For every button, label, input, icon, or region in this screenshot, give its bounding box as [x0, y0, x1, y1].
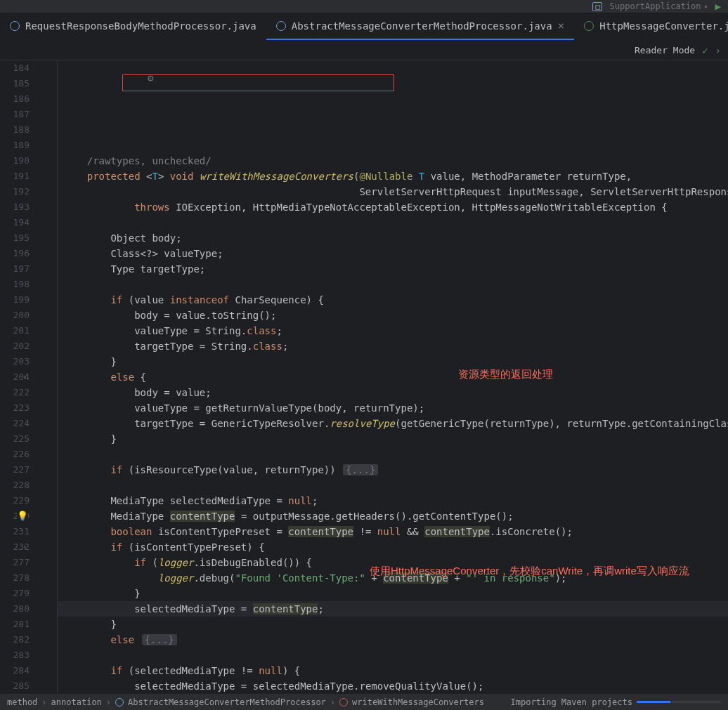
- close-icon[interactable]: ×: [558, 19, 565, 32]
- code-line[interactable]: }: [58, 617, 728, 632]
- gear-icon[interactable]: ⚙: [148, 70, 153, 86]
- run-config-selector[interactable]: SupportApplication ▾: [609, 1, 708, 11]
- code-line[interactable]: if (logger.isDebugEnabled()) {: [58, 555, 728, 570]
- breadcrumb: method › annotation › AbstractMessageCon…: [0, 693, 728, 710]
- editor: 1841851861871881891901911921931941951961…: [0, 60, 728, 693]
- import-status: Importing Maven projects: [511, 697, 632, 707]
- margin-stripe: [42, 60, 58, 693]
- run-config-icon: □: [592, 2, 602, 11]
- class-icon: [276, 21, 286, 31]
- code-area[interactable]: ⚙ 资源类型的返回处理 使用HttpMessageConverter，先校验ca…: [58, 60, 728, 693]
- code-line[interactable]: MediaType contentType = outputMessage.ge…: [58, 508, 728, 524]
- fold-icon[interactable]: ›: [22, 369, 27, 385]
- chevron-down-icon: ▾: [704, 3, 708, 11]
- code-line[interactable]: Object body;: [58, 230, 728, 246]
- code-line[interactable]: else {...}: [58, 632, 728, 647]
- breadcrumb-item[interactable]: method: [7, 697, 37, 707]
- class-icon: [115, 698, 124, 706]
- breadcrumb-item[interactable]: annotation: [51, 697, 102, 707]
- code-line[interactable]: targetType = String.class;: [58, 338, 728, 354]
- tab-label: HttpMessageConverter.java: [599, 20, 728, 32]
- top-toolbar: □ SupportApplication ▾ ▶: [0, 0, 728, 13]
- code-line[interactable]: if (isContentTypePreset) {: [58, 539, 728, 555]
- code-line[interactable]: MediaType selectedMediaType = null;: [58, 493, 728, 508]
- code-line[interactable]: protected <T> void writeWithMessageConve…: [58, 169, 728, 184]
- code-line[interactable]: body = value.toString();: [58, 308, 728, 323]
- code-line[interactable]: }: [58, 586, 728, 601]
- chevron-icon[interactable]: ›: [715, 45, 721, 56]
- reader-mode-bar: Reader Mode ✓ ›: [0, 41, 728, 60]
- code-line[interactable]: if (isResourceType(value, returnType)) {…: [58, 462, 728, 478]
- code-line[interactable]: throws IOException, HttpMediaTypeNotAcce…: [58, 199, 728, 215]
- reader-mode-label[interactable]: Reader Mode: [635, 45, 695, 55]
- breadcrumb-item[interactable]: AbstractMessageConverterMethodProcessor: [128, 697, 326, 707]
- class-icon: [10, 21, 20, 31]
- tab-abstract-converter[interactable]: AbstractMessageConverterMethodProcessor.…: [266, 13, 575, 40]
- code-line[interactable]: [58, 215, 728, 230]
- code-line[interactable]: boolean isContentTypePreset = contentTyp…: [58, 524, 728, 539]
- code-line[interactable]: Type targetType;: [58, 261, 728, 277]
- run-icon[interactable]: ▶: [715, 1, 721, 12]
- tab-request-response[interactable]: RequestResponseBodyMethodProcessor.java: [0, 13, 266, 40]
- line-gutter: 1841851861871881891901911921931941951961…: [0, 60, 42, 693]
- code-line[interactable]: [58, 277, 728, 292]
- code-line[interactable]: valueType = String.class;: [58, 323, 728, 338]
- editor-tabs: RequestResponseBodyMethodProcessor.java …: [0, 13, 728, 41]
- check-icon[interactable]: ✓: [702, 45, 708, 56]
- code-line[interactable]: }: [58, 431, 728, 447]
- fold-icon[interactable]: ›: [22, 539, 27, 555]
- code-line[interactable]: if (selectedMediaType != null) {: [58, 663, 728, 678]
- code-line[interactable]: Class<?> valueType;: [58, 246, 728, 261]
- code-line[interactable]: valueType = getReturnValueType(body, ret…: [58, 400, 728, 416]
- code-line[interactable]: [58, 478, 728, 493]
- code-line[interactable]: /rawtypes, unchecked/: [58, 153, 728, 169]
- annotation-box: [122, 74, 394, 91]
- method-icon: [339, 698, 348, 706]
- tab-label: RequestResponseBodyMethodProcessor.java: [25, 20, 256, 32]
- code-line[interactable]: if (value instanceof CharSequence) {: [58, 292, 728, 308]
- tab-label: AbstractMessageConverterMethodProcessor.…: [292, 20, 552, 32]
- code-line[interactable]: }: [58, 354, 728, 369]
- chevron-right-icon: ›: [106, 697, 111, 707]
- code-line[interactable]: selectedMediaType = selectedMediaType.re…: [58, 678, 728, 693]
- code-line[interactable]: body = value;: [58, 385, 728, 400]
- bulb-icon[interactable]: 💡: [17, 508, 28, 524]
- code-line[interactable]: [58, 647, 728, 663]
- chevron-right-icon: ›: [41, 697, 46, 707]
- progress-bar: [637, 701, 721, 703]
- code-line[interactable]: else {: [58, 369, 728, 385]
- code-line[interactable]: selectedMediaType = contentType;: [58, 601, 728, 617]
- code-line[interactable]: logger.debug("Found 'Content-Type:" + co…: [58, 570, 728, 586]
- code-line[interactable]: ServletServerHttpRequest inputMessage, S…: [58, 184, 728, 199]
- chevron-right-icon: ›: [330, 697, 335, 707]
- interface-icon: [584, 21, 594, 31]
- breadcrumb-item[interactable]: writeWithMessageConverters: [352, 697, 484, 707]
- tab-http-message-converter[interactable]: HttpMessageConverter.java: [574, 13, 728, 40]
- code-line[interactable]: [58, 447, 728, 462]
- code-line[interactable]: targetType = GenericTypeResolver.resolve…: [58, 416, 728, 431]
